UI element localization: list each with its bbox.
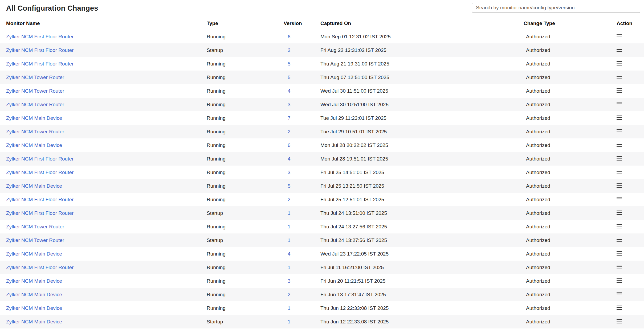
version-link[interactable]: 2 bbox=[288, 292, 291, 297]
config-type-cell: Running bbox=[207, 102, 284, 108]
version-link[interactable]: 5 bbox=[288, 75, 291, 80]
captured-on-cell: Mon Jul 28 19:51:01 IST 2025 bbox=[320, 156, 524, 162]
monitor-name-link[interactable]: Zylker NCM Tower Router bbox=[6, 75, 64, 80]
version-link[interactable]: 3 bbox=[288, 102, 291, 107]
monitor-name-link[interactable]: Zylker NCM Main Device bbox=[6, 319, 62, 324]
hamburger-menu-icon[interactable] bbox=[617, 238, 622, 242]
action-cell bbox=[616, 88, 644, 94]
version-cell: 1 bbox=[284, 265, 320, 270]
monitor-name-link[interactable]: Zylker NCM Main Device bbox=[6, 142, 62, 148]
monitor-name-link[interactable]: Zylker NCM Tower Router bbox=[6, 102, 64, 107]
action-cell bbox=[616, 102, 644, 108]
hamburger-menu-icon[interactable] bbox=[617, 143, 622, 147]
config-type-cell: Running bbox=[207, 156, 284, 162]
version-link[interactable]: 1 bbox=[288, 305, 291, 311]
hamburger-menu-icon[interactable] bbox=[617, 129, 622, 133]
hamburger-menu-icon[interactable] bbox=[617, 197, 622, 201]
version-link[interactable]: 4 bbox=[288, 88, 291, 94]
monitor-name-link[interactable]: Zylker NCM First Floor Router bbox=[6, 210, 74, 216]
version-link[interactable]: 7 bbox=[288, 115, 291, 121]
monitor-name-link[interactable]: Zylker NCM First Floor Router bbox=[6, 47, 74, 53]
version-link[interactable]: 5 bbox=[288, 183, 291, 189]
hamburger-menu-icon[interactable] bbox=[617, 306, 622, 310]
captured-on-cell: Mon Sep 01 12:31:02 IST 2025 bbox=[320, 34, 524, 40]
version-link[interactable]: 6 bbox=[288, 142, 291, 148]
monitor-name-link[interactable]: Zylker NCM Main Device bbox=[6, 278, 62, 284]
version-link[interactable]: 2 bbox=[288, 47, 291, 53]
hamburger-menu-icon[interactable] bbox=[617, 156, 622, 161]
change-type-cell: Authorized bbox=[524, 251, 616, 257]
monitor-name-cell: Zylker NCM Tower Router bbox=[0, 75, 207, 80]
monitor-name-link[interactable]: Zylker NCM Main Device bbox=[6, 183, 62, 189]
monitor-name-link[interactable]: Zylker NCM First Floor Router bbox=[6, 34, 74, 39]
monitor-name-link[interactable]: Zylker NCM Main Device bbox=[6, 305, 62, 311]
monitor-name-cell: Zylker NCM Tower Router bbox=[0, 129, 207, 135]
hamburger-menu-icon[interactable] bbox=[617, 211, 622, 215]
hamburger-menu-icon[interactable] bbox=[617, 251, 622, 256]
change-type-cell: Authorized bbox=[524, 61, 616, 67]
version-link[interactable]: 1 bbox=[288, 237, 291, 243]
monitor-name-cell: Zylker NCM Main Device bbox=[0, 142, 207, 148]
version-link[interactable]: 3 bbox=[288, 278, 291, 284]
hamburger-menu-icon[interactable] bbox=[617, 319, 622, 323]
hamburger-menu-icon[interactable] bbox=[617, 34, 622, 38]
version-cell: 2 bbox=[284, 47, 320, 53]
hamburger-menu-icon[interactable] bbox=[617, 265, 622, 269]
config-type-cell: Running bbox=[207, 170, 284, 175]
monitor-name-link[interactable]: Zylker NCM First Floor Router bbox=[6, 156, 74, 162]
action-cell bbox=[616, 129, 644, 135]
version-link[interactable]: 3 bbox=[288, 170, 291, 175]
table-row: Zylker NCM Main Device Running 1 Thu Jun… bbox=[0, 301, 644, 315]
monitor-name-link[interactable]: Zylker NCM Tower Router bbox=[6, 129, 64, 134]
table-row: Zylker NCM Main Device Running 4 Wed Jul… bbox=[0, 247, 644, 261]
hamburger-menu-icon[interactable] bbox=[617, 224, 622, 228]
monitor-name-cell: Zylker NCM First Floor Router bbox=[0, 170, 207, 175]
column-header-change-type: Change Type bbox=[524, 20, 616, 26]
hamburger-menu-icon[interactable] bbox=[617, 75, 622, 79]
configuration-changes-page: All Configuration Changes Monitor Name T… bbox=[0, 0, 644, 328]
action-cell bbox=[616, 319, 644, 325]
monitor-name-link[interactable]: Zylker NCM Main Device bbox=[6, 251, 62, 257]
action-cell bbox=[616, 292, 644, 298]
monitor-name-cell: Zylker NCM Main Device bbox=[0, 115, 207, 121]
version-link[interactable]: 1 bbox=[288, 224, 291, 229]
monitor-name-link[interactable]: Zylker NCM First Floor Router bbox=[6, 197, 74, 202]
hamburger-menu-icon[interactable] bbox=[617, 183, 622, 188]
monitor-name-link[interactable]: Zylker NCM First Floor Router bbox=[6, 265, 74, 270]
monitor-name-link[interactable]: Zylker NCM First Floor Router bbox=[6, 61, 74, 67]
version-link[interactable]: 4 bbox=[288, 251, 291, 257]
change-type-cell: Authorized bbox=[524, 197, 616, 203]
table-row: Zylker NCM First Floor Router Running 1 … bbox=[0, 261, 644, 274]
hamburger-menu-icon[interactable] bbox=[617, 116, 622, 120]
version-link[interactable]: 5 bbox=[288, 61, 291, 67]
version-link[interactable]: 2 bbox=[288, 129, 291, 134]
monitor-name-link[interactable]: Zylker NCM Tower Router bbox=[6, 224, 64, 229]
version-link[interactable]: 6 bbox=[288, 34, 291, 39]
table-row: Zylker NCM First Floor Router Startup 1 … bbox=[0, 206, 644, 220]
hamburger-menu-icon[interactable] bbox=[617, 278, 622, 283]
hamburger-menu-icon[interactable] bbox=[617, 292, 622, 296]
version-cell: 1 bbox=[284, 305, 320, 311]
change-type-cell: Authorized bbox=[524, 102, 616, 108]
hamburger-menu-icon[interactable] bbox=[617, 170, 622, 174]
version-link[interactable]: 1 bbox=[288, 265, 291, 270]
change-type-cell: Authorized bbox=[524, 210, 616, 216]
version-link[interactable]: 1 bbox=[288, 210, 291, 216]
monitor-name-link[interactable]: Zylker NCM Tower Router bbox=[6, 88, 64, 94]
hamburger-menu-icon[interactable] bbox=[617, 102, 622, 106]
monitor-name-link[interactable]: Zylker NCM First Floor Router bbox=[6, 170, 74, 175]
version-cell: 1 bbox=[284, 210, 320, 216]
monitor-name-link[interactable]: Zylker NCM Tower Router bbox=[6, 237, 64, 243]
monitor-name-link[interactable]: Zylker NCM Main Device bbox=[6, 292, 62, 297]
version-cell: 3 bbox=[284, 170, 320, 175]
hamburger-menu-icon[interactable] bbox=[617, 61, 622, 65]
monitor-name-cell: Zylker NCM First Floor Router bbox=[0, 265, 207, 270]
monitor-name-cell: Zylker NCM First Floor Router bbox=[0, 210, 207, 216]
hamburger-menu-icon[interactable] bbox=[617, 48, 622, 52]
version-link[interactable]: 1 bbox=[288, 319, 291, 324]
search-input[interactable] bbox=[472, 3, 640, 13]
version-link[interactable]: 4 bbox=[288, 156, 291, 162]
monitor-name-link[interactable]: Zylker NCM Main Device bbox=[6, 115, 62, 121]
hamburger-menu-icon[interactable] bbox=[617, 88, 622, 93]
version-link[interactable]: 2 bbox=[288, 197, 291, 202]
